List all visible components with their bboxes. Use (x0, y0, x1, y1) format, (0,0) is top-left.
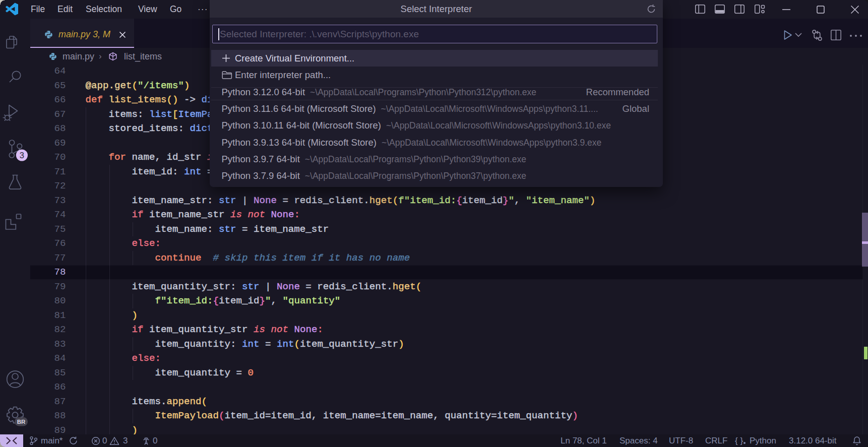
svg-text:3: 3 (20, 151, 24, 160)
svg-text:BR: BR (17, 419, 26, 425)
